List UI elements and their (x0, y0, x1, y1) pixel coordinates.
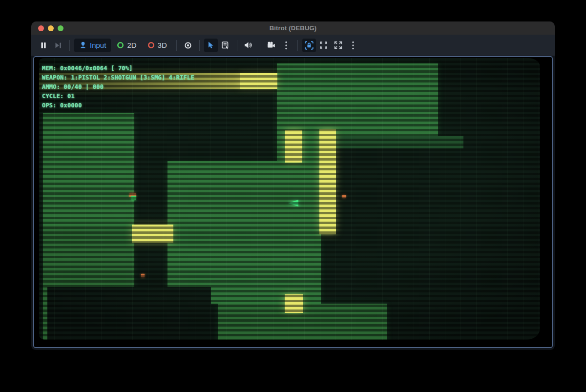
2d-mode-button[interactable]: 2D (112, 39, 141, 52)
toolbar-separator (297, 40, 298, 51)
game-viewport[interactable]: MEM: 0x0046/0x0064 [ 70%]WEAPON: 1:PISTO… (33, 56, 553, 348)
scene-block-green (43, 113, 134, 227)
2d-mode-label: 2D (127, 41, 136, 49)
titlebar: Bitrot (DEBUG) (31, 21, 555, 35)
scene-block-dark (47, 287, 211, 340)
scene-block-green (277, 63, 438, 136)
select-list-icon (222, 41, 230, 49)
toolbar-separator (199, 40, 200, 51)
scene-block-yellow (285, 130, 302, 163)
pause-button[interactable] (37, 39, 50, 52)
hud-line-1: WEAPON: 1:PISTOL 2:SHOTGUN [3:SMG] 4:RIF… (42, 73, 194, 83)
camera-override-icon (184, 41, 192, 49)
scene-block-yellow (285, 294, 303, 313)
toolbar-separator (176, 40, 177, 51)
hud-line-3: CYCLE: 01 (42, 92, 194, 101)
movie-camera-button[interactable] (265, 39, 278, 52)
select-mode-button[interactable] (204, 39, 218, 52)
minimize-window-button[interactable] (48, 25, 54, 31)
toolbar-separator (260, 40, 260, 51)
viewport-black-frame: MEM: 0x0046/0x0064 [ 70%]WEAPON: 1:PISTO… (34, 57, 552, 347)
embed-expand-icon (319, 41, 328, 49)
toolbar-separator (237, 40, 237, 51)
fullscreen-expand-button[interactable] (332, 39, 345, 52)
debug-toolbar: Input 2D 3D (31, 35, 555, 56)
circle-3d-icon (147, 41, 155, 49)
input-mode-button[interactable]: Input (74, 39, 111, 52)
pause-icon (40, 42, 47, 49)
scene-block-yellow (132, 225, 173, 243)
circle-2d-icon (117, 41, 124, 49)
enemy-green-entity (131, 196, 136, 200)
scene-block-green (167, 161, 321, 304)
audio-mute-icon (244, 41, 252, 49)
window-title: Bitrot (DEBUG) (270, 24, 317, 32)
player-ship (288, 200, 298, 206)
scene-block-green_dim (321, 136, 463, 148)
next-frame-button[interactable] (51, 39, 65, 52)
scene-block-yellow (240, 73, 277, 89)
hud-line-4: OPS: 0x0000 (42, 101, 194, 110)
enemy-orange-entity (342, 195, 346, 198)
camera-lock-button[interactable] (302, 39, 316, 52)
hud-line-2: AMMO: 00/40 | 000 (42, 83, 194, 92)
zoom-window-button[interactable] (58, 25, 63, 31)
movie-camera-icon (267, 41, 275, 49)
next-frame-icon (55, 42, 62, 49)
crt-scene: MEM: 0x0046/0x0064 [ 70%]WEAPON: 1:PISTO… (39, 58, 540, 340)
view-menu-button[interactable] (279, 39, 293, 52)
3d-mode-label: 3D (158, 41, 167, 49)
fullscreen-expand-icon (334, 41, 342, 49)
audio-mute-button[interactable] (242, 39, 255, 52)
camera-override-button[interactable] (181, 39, 195, 52)
input-mode-label: Input (90, 41, 106, 49)
select-list-button[interactable] (219, 39, 232, 52)
app-window: Bitrot (DEBUG) Input (31, 21, 555, 350)
enemy-orange-entity (141, 274, 145, 277)
joystick-icon (79, 41, 87, 49)
embed-expand-button[interactable] (317, 39, 331, 52)
kebab-menu-icon (352, 41, 355, 50)
select-cursor-icon (208, 41, 214, 49)
3d-mode-button[interactable]: 3D (143, 39, 172, 52)
traffic-lights (38, 21, 63, 35)
window-menu-button[interactable] (346, 39, 360, 52)
hud-line-0: MEM: 0x0046/0x0064 [ 70%] (42, 64, 194, 73)
scene-block-yellow (319, 129, 336, 234)
camera-lock-icon (305, 41, 314, 50)
debug-hud: MEM: 0x0046/0x0064 [ 70%]WEAPON: 1:PISTO… (42, 64, 194, 110)
close-window-button[interactable] (38, 25, 44, 31)
toolbar-separator (69, 40, 70, 51)
kebab-menu-icon (285, 41, 288, 50)
